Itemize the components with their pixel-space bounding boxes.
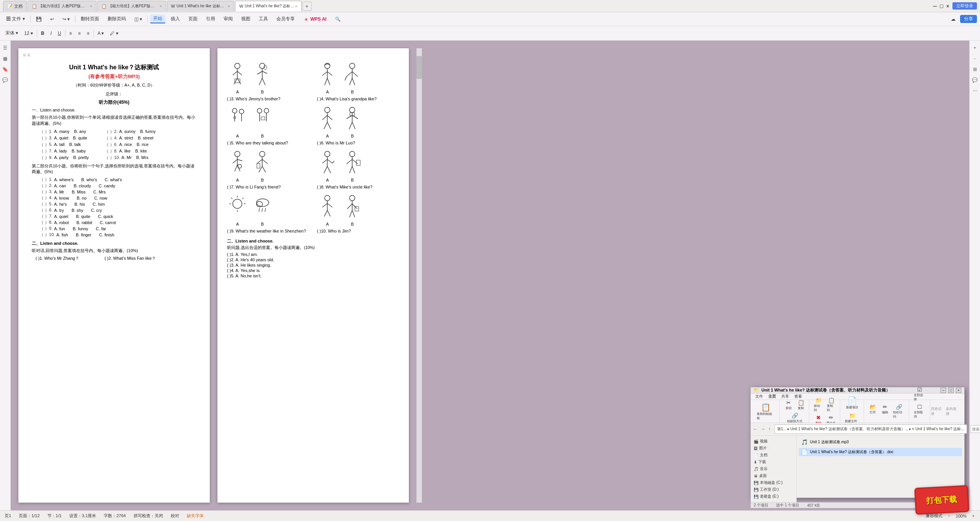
nav-images[interactable]: 🖼 图片 xyxy=(752,445,795,452)
btn-redo[interactable]: ↪ ▾ xyxy=(59,16,73,23)
q4: （ ）4.A. strictB. street xyxy=(105,135,158,141)
sidebar-bookmark-icon[interactable]: 🔖 xyxy=(1,65,10,74)
status-section: 节：1/1 xyxy=(47,513,62,519)
ribbon-btn-paste-shortcut[interactable]: 🔗 粘贴快方式 xyxy=(786,412,804,424)
sidebar-comment[interactable]: 💬 xyxy=(971,76,979,84)
ribbon-btn-copy[interactable]: 📋 复制 xyxy=(795,399,807,411)
img-row-q3q4: A B xyxy=(227,60,399,102)
svg-point-43 xyxy=(350,107,355,113)
add-tab-button[interactable]: + xyxy=(302,2,312,11)
nav-drive-e[interactable]: 💾 老硬盘 (E:) xyxy=(752,493,795,500)
sidebar-zoom-in[interactable]: + xyxy=(971,44,979,52)
nav-drive-c[interactable]: 💾 本地磁盘 (C:) xyxy=(752,479,795,486)
sidebar-fit[interactable]: ⊞ xyxy=(971,65,979,74)
sidebar-thumbnail-icon[interactable]: ▦ xyxy=(1,54,10,63)
btn-font[interactable]: 宋体 ▾ xyxy=(3,29,20,37)
tab-5-close[interactable]: × xyxy=(295,4,297,8)
tab-2[interactable]: 📋 【能力培优】人教PEP版英语五年级... × xyxy=(28,1,96,11)
btn-italic[interactable]: I xyxy=(48,30,54,37)
q8-text: ( )8. What's Mike's uncle like? xyxy=(317,185,399,189)
login-button[interactable]: 立即登录 xyxy=(952,2,977,10)
tab-1[interactable]: 📝 文档 xyxy=(3,1,27,11)
close-icon[interactable]: × xyxy=(946,3,949,9)
btn-cloud[interactable]: ☁ xyxy=(948,15,959,23)
tab-tools[interactable]: 工具 xyxy=(256,15,271,23)
addr-back[interactable]: ← xyxy=(752,426,758,432)
addr-up[interactable]: ↑ xyxy=(768,426,771,432)
btn-save[interactable]: 💾 xyxy=(33,16,45,23)
tab-view[interactable]: 视图 xyxy=(238,15,253,23)
zoom-out-btn[interactable]: － xyxy=(947,513,951,519)
ribbon-btn-easy-access[interactable]: 🔗 轻松访问 xyxy=(892,403,906,419)
sidebar-zoom-out[interactable]: - xyxy=(971,54,979,63)
file-mp3[interactable]: 🎵 Unit 1 达标测试卷.mp3 xyxy=(799,438,962,446)
btn-search[interactable]: 🔍 xyxy=(332,16,344,23)
tab-reference[interactable]: 引用 xyxy=(203,15,218,23)
btn-align-center[interactable]: ≡ xyxy=(76,30,83,37)
menu-file[interactable]: ☰ 文件 ▾ xyxy=(3,15,28,23)
search-input[interactable] xyxy=(970,425,980,433)
tab-wps-ai[interactable]: 🔺 WPS AI xyxy=(300,16,330,23)
ribbon-btn-open[interactable]: 📂 打开 xyxy=(867,403,879,419)
scrollbar[interactable] xyxy=(416,48,422,503)
maximize-icon[interactable]: □ xyxy=(940,3,943,9)
popup-minimize[interactable]: ─ xyxy=(941,388,946,393)
zoom-in-btn[interactable]: ＋ xyxy=(971,513,975,519)
tab-5[interactable]: W Unit 1 What's he like? 达标... × xyxy=(235,1,302,11)
q4-a-label: A xyxy=(326,90,329,94)
address-input[interactable]: 第1... ▸ Unit 1 What's he like? 达标测试卷（含答案… xyxy=(774,424,967,434)
btn-align-left[interactable]: ≡ xyxy=(67,30,74,37)
sidebar-comment-icon[interactable]: 💬 xyxy=(1,76,10,84)
ribbon-btn-copyto[interactable]: 📋 复制到 xyxy=(825,396,838,413)
file-doc[interactable]: 📄 Unit 1 What's he like? 达标测试卷（含答案）.doc xyxy=(799,448,962,456)
tab-3-close[interactable]: × xyxy=(160,4,162,8)
ribbon-btn-select-all[interactable]: ☑ 全部选择 xyxy=(912,386,928,402)
tab-2-close[interactable]: × xyxy=(90,4,92,8)
btn-underline[interactable]: U xyxy=(56,30,64,37)
right-sidebar: + - ⊞ 💬 ⋯ xyxy=(969,41,980,510)
nav-drive-d[interactable]: 💾 工作室 (D:) xyxy=(752,486,795,493)
nav-documents[interactable]: 📄 文档 xyxy=(752,452,795,459)
ribbon-btn-move[interactable]: 📁 移动到 xyxy=(812,396,825,413)
svg-line-22 xyxy=(346,72,352,77)
ribbon-btn-new-item[interactable]: 📄 新建项目 xyxy=(844,395,861,411)
sec2-title: 二、Listen and choose. xyxy=(32,241,196,246)
nav-desktop[interactable]: 🖥 桌面 xyxy=(752,472,795,479)
minimize-icon[interactable]: ─ xyxy=(933,3,937,9)
btn-align-right[interactable]: ≡ xyxy=(85,30,92,37)
tab-3[interactable]: 📋 【能力培优】人教PEP版英语五年级... × xyxy=(97,1,166,11)
nav-video[interactable]: 🎬 视频 xyxy=(752,438,795,445)
nav-downloads[interactable]: ⬇ 下载 xyxy=(752,459,795,465)
tab-4-close[interactable]: × xyxy=(228,4,230,8)
popup-maximize[interactable]: □ xyxy=(948,388,954,393)
scroll-thumb[interactable] xyxy=(416,56,422,79)
ribbon-btn-paste[interactable]: 📋 复制到粘贴板 xyxy=(755,401,777,422)
tab-member[interactable]: 会员专享 xyxy=(273,15,298,23)
btn-share[interactable]: 分享 xyxy=(960,15,977,23)
tab-review[interactable]: 审阅 xyxy=(220,15,236,23)
nav-music[interactable]: 🎵 音乐 xyxy=(752,465,795,472)
btn-flip-page[interactable]: 翻转页面 xyxy=(78,15,102,23)
btn-color[interactable]: A ▾ xyxy=(95,30,106,37)
popup-menu-file[interactable]: 文件 xyxy=(753,393,765,400)
addr-forward[interactable]: → xyxy=(760,426,766,432)
btn-undo[interactable]: ↩ xyxy=(47,16,57,23)
tab-start[interactable]: 开始 xyxy=(150,15,165,23)
ribbon-btn-edit[interactable]: ✏ 编辑 xyxy=(879,403,891,419)
sidebar-more[interactable]: ⋯ xyxy=(971,87,979,95)
tab-page[interactable]: 页面 xyxy=(185,15,201,23)
popup-close[interactable]: × xyxy=(956,388,961,393)
btn-size[interactable]: 12 ▾ xyxy=(22,30,35,37)
sidebar-navigation-icon[interactable]: ☰ xyxy=(1,44,10,52)
ribbon-btn-cut[interactable]: ✂ 剪切 xyxy=(783,399,794,411)
q3-images: A B xyxy=(227,62,309,94)
tab-insert[interactable]: 插入 xyxy=(168,15,183,23)
btn-delete-page[interactable]: 删除页码 xyxy=(105,15,129,23)
download-button[interactable]: 打包下载 xyxy=(914,485,969,514)
btn-highlight[interactable]: 🖊 ▾ xyxy=(108,30,120,37)
ribbon-btn-deselect-all[interactable]: ☐ 全部取消 xyxy=(912,403,928,419)
btn-format-check[interactable]: ◫ ▾ xyxy=(131,16,145,23)
tab-4[interactable]: W Unit 1 What's he like 达标测试... × xyxy=(167,1,234,11)
btn-bold[interactable]: B xyxy=(39,30,47,37)
popup-menu-home[interactable]: 主页 xyxy=(766,393,778,400)
